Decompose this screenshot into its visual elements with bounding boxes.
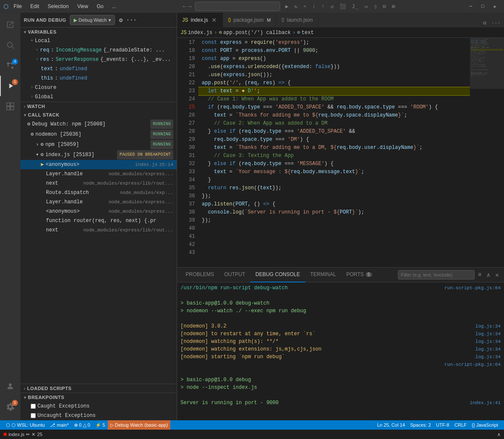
activity-settings[interactable]: 1 [0,396,20,417]
variables-local-group[interactable]: ▾ Local [20,36,177,46]
tab-debug-console[interactable]: DEBUG CONSOLE [250,268,305,282]
menu-view[interactable]: View [75,3,90,10]
console-link[interactable]: run-script-pkg.js:64 [444,361,501,368]
activity-run-debug[interactable]: 1 [0,76,20,96]
console-link[interactable]: log.js:34 [475,338,501,345]
breadcrumb-index-js[interactable]: JS index.js [180,30,212,36]
toggle-word-wrap-icon[interactable]: ≡ [476,271,483,279]
tab-close-button[interactable]: ✕ [211,16,218,24]
more-actions-icon[interactable]: ··· [490,20,502,27]
status-git-branch[interactable]: ⎇ main* [47,420,71,430]
breadcrumb-text[interactable]: ⊙ text [297,29,314,36]
variables-header[interactable]: ▾ VARIABLES [20,28,177,36]
variables-global-group[interactable]: › Global [20,92,177,102]
call-stack-frame[interactable]: Layer.handle node_modules/express... [20,169,177,179]
call-stack-item[interactable]: ⚙ nodemon [25036] RUNNING [20,129,177,140]
toolbar-stop[interactable]: ⬛ [338,3,348,11]
activity-extensions[interactable] [0,96,20,117]
code-editor[interactable]: 17 18 19 20 21 22 23 24 25 26 27 28 29 [177,38,504,267]
activity-explorer[interactable] [0,14,20,35]
breakpoints-header[interactable]: ▾ BREAKPOINTS [20,393,177,402]
call-stack-frame[interactable]: Layer.handle node_modules/express... [20,197,177,207]
call-stack-frame-anonymous[interactable]: ▶ <anonymous> index.js 25:14 [20,160,177,169]
nav-back[interactable]: ← [183,3,186,10]
menu-more[interactable]: ... [110,3,118,10]
console-filter-input[interactable] [398,270,475,279]
status-position[interactable]: Ln 25, Col 14 [375,422,407,428]
status-eol[interactable]: CRLF [452,422,470,428]
debug-run-button[interactable]: ▶ Debug Watch ▾ [70,15,115,25]
tab-launch-json[interactable]: {} launch.json [276,13,318,27]
menu-file[interactable]: File [12,3,23,10]
close-button[interactable]: ✕ [489,0,501,13]
breakpoint-uncaught-exceptions[interactable]: Uncaught Exceptions [20,411,177,420]
status-encoding[interactable]: UTF-8 [433,422,452,428]
command-search[interactable] [195,2,280,11]
tab-output[interactable]: OUTPUT [219,268,250,282]
status-spaces[interactable]: Spaces: 2 [407,422,433,428]
toolbar-run[interactable]: ▶ [284,3,290,11]
var-res[interactable]: › res : ServerResponse {_events: {...}, … [20,55,177,64]
menu-selection[interactable]: Selection [46,3,70,10]
console-link[interactable]: log.js:34 [475,345,501,353]
debug-indicator[interactable]: index.js ✏ ✕ 25 [3,432,43,437]
toolbar-step-into[interactable]: ↓ [311,3,317,10]
var-this[interactable]: this : undefined [20,74,177,83]
collapse-all-icon[interactable]: ∧ [485,271,492,279]
layout-split-v[interactable]: ▯ [372,3,378,11]
toolbar-menu[interactable]: J̲ [350,3,360,11]
breadcrumb-callback[interactable]: ⊙ app.post('/') callback [219,29,291,36]
ellipsis-icon[interactable]: ··· [125,16,137,24]
loaded-scripts-header[interactable]: › LOADED SCRIPTS [20,384,177,393]
split-editor-icon[interactable]: ⊟ [481,19,488,27]
console-link[interactable]: log.js:34 [475,330,501,338]
code-content[interactable]: const express = require('express'); cons… [198,38,470,267]
activity-source-control[interactable]: 4 [0,55,20,76]
console-link[interactable]: log.js:34 [475,322,501,330]
variables-closure-group[interactable]: › Closure [20,83,177,92]
toolbar-step-out[interactable]: ↑ [320,3,326,10]
watch-header[interactable]: › WATCH [20,102,177,111]
call-stack-frame[interactable]: next node_modules/express/lib/rout... [20,179,177,188]
toolbar-step-over[interactable]: ↷ [302,3,308,11]
close-tab-icon[interactable]: ✕ [32,432,35,437]
call-stack-item[interactable]: › ⚙ npm [25059] RUNNING [20,140,177,150]
clear-console-icon[interactable]: ✕ [494,271,501,279]
menu-edit[interactable]: Edit [29,3,41,10]
nav-forward[interactable]: → [188,3,192,10]
console-link-index[interactable]: index.js:41 [470,399,501,407]
call-stack-frame[interactable]: function router(req, res, next) {.pr [20,216,177,225]
maximize-button[interactable]: □ [477,0,489,13]
tab-terminal[interactable]: TERMINAL [305,268,341,282]
caught-exceptions-checkbox[interactable] [31,404,36,409]
tab-problems[interactable]: PROBLEMS [180,268,219,282]
status-notifications[interactable]: ⚡ 5 [93,420,108,430]
toolbar-restart2[interactable]: ↺ [329,3,335,11]
activity-search[interactable] [0,35,20,55]
call-stack-item[interactable]: ⚙ Debug Watch: npm [25008] RUNNING [20,119,177,129]
status-debug[interactable]: ▷ Debug Watch (basic-app) [108,420,170,430]
console-output[interactable]: /usr/bin/npm run-script debug-watch run-… [177,282,504,420]
var-text[interactable]: text : undefined [20,64,177,74]
call-stack-frame[interactable]: <anonymous> node_modules/express... [20,207,177,216]
console-link[interactable]: run-script-pkg.js:64 [444,284,501,292]
var-req[interactable]: › req : IncomingMessage {_readableState:… [20,46,177,55]
layout-single[interactable]: ▭ [363,3,369,11]
tab-index-js[interactable]: JS index.js ✕ [177,13,223,27]
minimize-button[interactable]: ─ [465,0,477,13]
expand-icon[interactable]: ∧ [497,432,501,437]
call-stack-frame[interactable]: next node_modules/express/lib/rout... [20,225,177,235]
status-errors[interactable]: ⊗ 0 △ 0 [72,420,93,430]
status-language[interactable]: {} JavaScript [469,422,501,428]
activity-accounts[interactable] [0,376,20,396]
breakpoint-caught-exceptions[interactable]: Caught Exceptions [20,402,177,411]
tab-ports[interactable]: PORTS 5 [341,268,377,282]
layout-split-h[interactable]: ⊟ [381,3,387,11]
settings-icon[interactable]: ⚙ [118,16,123,25]
uncaught-exceptions-checkbox[interactable] [31,413,36,418]
tab-package-json[interactable]: {} package.json M [223,13,277,27]
call-stack-header[interactable]: ▾ CALL STACK [20,111,177,119]
call-stack-frame[interactable]: Route.dispatch node_modules/exp... [20,188,177,197]
console-link[interactable]: log.js:34 [475,353,501,361]
status-wsl[interactable]: ⬡ ⬡ WSL: Ubuntu [3,420,47,430]
